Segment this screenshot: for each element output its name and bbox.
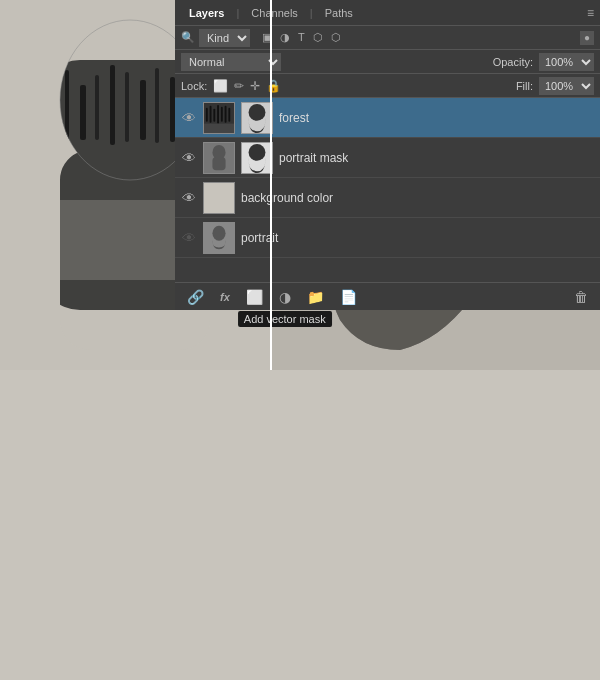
delete-layer-icon[interactable]: 🗑 [570, 287, 592, 307]
panel-options-icon[interactable]: ≡ [587, 6, 594, 20]
canvas-divider [270, 0, 272, 370]
opacity-select[interactable]: 100% [539, 53, 594, 71]
layer-portrait-mask[interactable]: 👁 portrait mask [175, 138, 600, 178]
svg-point-48 [249, 143, 266, 160]
lock-image-icon[interactable]: ✏ [234, 79, 244, 93]
layers-panel: Layers | Channels | Paths ≡ 🔍 Kind ▣ ◑ T… [175, 0, 600, 310]
svg-point-43 [249, 103, 266, 120]
eye-icon-portrait-mask[interactable]: 👁 [181, 150, 197, 166]
filter-adjustment-icon[interactable]: ◑ [278, 31, 292, 44]
kind-select[interactable]: Kind [199, 29, 250, 47]
new-layer-icon[interactable]: 📄 [336, 287, 361, 307]
fill-select[interactable]: 100% [539, 77, 594, 95]
new-group-icon[interactable]: 📁 [303, 287, 328, 307]
filter-shape-icon[interactable]: ⬡ [311, 31, 325, 44]
link-icon[interactable]: 🔗 [183, 287, 208, 307]
svg-rect-41 [204, 123, 234, 132]
svg-rect-38 [221, 106, 223, 121]
blend-row: Normal Opacity: 100% [175, 50, 600, 74]
add-vector-mask-icon[interactable]: ◑ [275, 287, 295, 307]
layer-name-background-color: background color [241, 191, 594, 205]
lock-row: Lock: ⬜ ✏ ✛ 🔒 Fill: 100% [175, 74, 600, 98]
filter-row: 🔍 Kind ▣ ◑ T ⬡ ⬡ ● [175, 26, 600, 50]
eye-icon-background-color[interactable]: 👁 [181, 190, 197, 206]
filter-type-icon[interactable]: T [296, 31, 307, 44]
svg-rect-49 [204, 183, 234, 213]
tab-paths[interactable]: Paths [317, 5, 361, 21]
svg-rect-34 [206, 107, 208, 121]
tab-layers[interactable]: Layers [181, 5, 232, 21]
svg-rect-11 [140, 80, 146, 140]
svg-rect-36 [213, 108, 215, 121]
add-vector-mask-container: ◑ Add vector mask [275, 289, 295, 305]
layers-toolbar: 🔗 fx ⬜ ◑ Add vector mask 📁 📄 🗑 [175, 282, 600, 310]
svg-rect-35 [210, 105, 212, 122]
svg-rect-40 [228, 107, 230, 121]
svg-point-51 [212, 225, 225, 240]
layer-mask-portrait [241, 142, 273, 174]
layer-forest[interactable]: 👁 forest [175, 98, 600, 138]
fill-label: Fill: [516, 80, 533, 92]
panel-tabs-row: Layers | Channels | Paths ≡ [175, 0, 600, 26]
lock-transparent-icon[interactable]: ⬜ [213, 79, 228, 93]
svg-rect-39 [225, 105, 227, 122]
svg-rect-8 [95, 75, 99, 140]
layer-thumb-portrait-mask [203, 142, 235, 174]
search-icon[interactable]: 🔍 [181, 31, 195, 44]
lock-label: Lock: [181, 80, 207, 92]
opacity-label: Opacity: [493, 56, 533, 68]
layer-background-color[interactable]: 👁 background color [175, 178, 600, 218]
mask-icon[interactable]: ⬜ [242, 287, 267, 307]
filter-toggle-button[interactable]: ● [580, 31, 594, 45]
svg-rect-37 [217, 104, 219, 123]
eye-icon-portrait[interactable]: 👁 [181, 230, 197, 246]
lock-all-icon[interactable]: 🔒 [266, 79, 281, 93]
svg-rect-7 [80, 85, 86, 140]
filter-smart-icon[interactable]: ⬡ [329, 31, 343, 44]
tab-channels[interactable]: Channels [243, 5, 305, 21]
svg-rect-9 [110, 65, 115, 145]
layer-portrait[interactable]: 👁 portrait [175, 218, 600, 258]
svg-rect-10 [125, 72, 129, 142]
layer-thumb-background-color [203, 182, 235, 214]
svg-rect-46 [212, 157, 225, 170]
blend-mode-select[interactable]: Normal [181, 53, 281, 71]
eye-icon-forest[interactable]: 👁 [181, 110, 197, 126]
layer-name-forest: forest [279, 111, 594, 125]
layer-thumb-portrait [203, 222, 235, 254]
lock-position-icon[interactable]: ✛ [250, 79, 260, 93]
fx-icon[interactable]: fx [216, 289, 234, 305]
svg-rect-12 [155, 68, 159, 143]
layer-thumb-forest [203, 102, 235, 134]
layer-name-portrait: portrait [241, 231, 594, 245]
layer-mask-forest [241, 102, 273, 134]
layer-name-portrait-mask: portrait mask [279, 151, 594, 165]
